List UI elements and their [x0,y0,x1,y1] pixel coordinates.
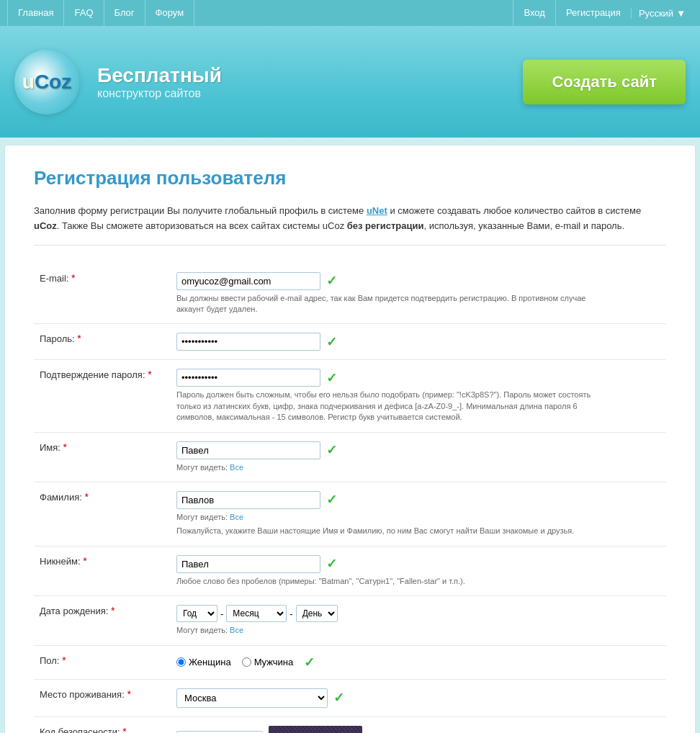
password-confirm-check-icon: ✓ [326,370,337,386]
password-input[interactable] [176,333,320,351]
registration-form: E-mail: * ✓ Вы должны ввести рабочий e-m… [34,264,666,733]
name-input-row: ✓ [176,441,660,459]
password-confirm-input-row: ✓ [176,369,660,387]
name-row: Имя: * ✓ Могут видеть: Все [34,432,666,482]
birthdate-label: Дата рождения: * [34,596,171,645]
birthdate-visibility-link[interactable]: Все [230,626,243,634]
password-row: Пароль: * ✓ [34,324,666,360]
gender-female-radio[interactable] [176,657,186,667]
surname-visibility-link[interactable]: Все [230,513,243,521]
email-label: E-mail: * [34,264,171,324]
logo-coz: Coz [35,71,71,93]
password-confirm-input[interactable] [176,369,320,387]
gender-check-icon: ✓ [304,655,315,670]
nickname-hint: Любое слово без пробелов (примеры: "Batm… [176,576,609,587]
date-separator-2: - [290,608,292,619]
email-field-cell: ✓ Вы должны ввести рабочий e-mail адрес,… [171,264,666,324]
gender-male-text: Мужчина [254,657,294,667]
nickname-check-icon: ✓ [326,556,337,572]
birthdate-field-cell: Год 199019911992 199319941995 - Месяц Ян… [171,596,666,645]
header-tagline: Бесплатный конструктор сайтов [97,64,222,100]
required-star-10: * [122,726,126,734]
gender-label: Пол: * [34,645,171,679]
page-title: Регистрация пользователя [34,167,666,189]
gender-female-text: Женщина [189,657,231,667]
birthdate-hint: Могут видеть: Все [176,625,609,636]
main-content: Регистрация пользователя Заполнив форму … [4,145,696,733]
name-visibility-link[interactable]: Все [230,463,243,472]
location-label: Место проживания: * [34,679,171,716]
gender-male-radio[interactable] [242,657,251,667]
password-input-row: ✓ [176,333,660,351]
required-star-6: * [83,555,86,567]
date-separator-1: - [220,608,223,619]
captcha-field-cell: 45140 ↻ ✓ [171,716,666,733]
password-confirm-label: Подтверждение пароля: * [34,360,171,432]
name-label: Имя: * [34,432,171,482]
tagline-main: Бесплатный [97,64,222,87]
password-field-cell: ✓ [171,324,666,360]
name-hint: Могут видеть: Все [176,462,609,473]
email-row: E-mail: * ✓ Вы должны ввести рабочий e-m… [34,264,666,324]
required-star-7: * [111,605,115,616]
gender-male-label[interactable]: Мужчина [242,657,294,667]
gender-field-cell: Женщина Мужчина ✓ [171,645,666,679]
nickname-input-row: ✓ [176,555,660,573]
gender-female-label[interactable]: Женщина [176,657,231,667]
name-input[interactable] [176,441,320,459]
required-star: * [71,272,75,284]
email-input[interactable] [176,272,320,290]
nav-register[interactable]: Регистрация [555,0,631,26]
surname-check-icon: ✓ [326,492,337,508]
nav-forum[interactable]: Форум [145,0,195,26]
required-star-5: * [84,491,88,503]
location-input-row: Москва Санкт-Петербург Новосибирск ✓ [176,688,660,708]
name-field-cell: ✓ Могут видеть: Все [171,432,666,482]
month-select[interactable]: Месяц ЯнварьФевральМарт АпрельМайИюнь Ию… [226,605,287,622]
location-select[interactable]: Москва Санкт-Петербург Новосибирск [176,688,328,708]
nickname-input[interactable] [176,555,320,573]
surname-row: Фамилия: * ✓ Могут видеть: Все Пожалуйст… [34,482,666,546]
unet-link[interactable]: uNet [367,205,387,216]
nav-right: Вход Регистрация Русский ▼ [513,0,693,26]
chevron-down-icon: ▼ [676,8,686,19]
gender-row: Пол: * Женщина Мужчина ✓ [34,645,666,679]
nav-blog[interactable]: Блог [104,0,145,26]
captcha-label: Код безопасности: * [34,716,171,733]
required-star-4: * [63,441,67,453]
logo-area: uCoz Бесплатный конструктор сайтов [14,50,222,114]
top-navigation: Главная FAQ Блог Форум Вход Регистрация … [0,0,700,26]
email-check-icon: ✓ [326,273,337,289]
password-check-icon: ✓ [326,334,337,350]
site-header: uCoz Бесплатный конструктор сайтов Созда… [0,26,700,138]
nickname-label: Никнейм: * [34,546,171,595]
year-select[interactable]: Год 199019911992 199319941995 [176,605,217,622]
logo-circle: uCoz [14,50,79,114]
location-field-cell: Москва Санкт-Петербург Новосибирск ✓ [171,679,666,716]
surname-field-cell: ✓ Могут видеть: Все Пожалуйста, укажите … [171,482,666,546]
captcha-input-row: 45140 ↻ ✓ [176,726,660,734]
location-row: Место проживания: * Москва Санкт-Петербу… [34,679,666,716]
tagline-sub: конструктор сайтов [97,87,222,100]
language-selector[interactable]: Русский ▼ [631,8,693,19]
email-input-row: ✓ [176,272,660,290]
day-select[interactable]: День 12345 [296,605,338,622]
surname-input[interactable] [176,491,320,509]
required-star-3: * [148,369,151,380]
location-check-icon: ✓ [333,690,344,706]
email-hint: Вы должны ввести рабочий e-mail адрес, т… [176,293,609,315]
language-label: Русский [639,8,673,19]
nav-home[interactable]: Главная [7,0,64,26]
surname-label: Фамилия: * [34,482,171,546]
nav-login[interactable]: Вход [513,0,555,26]
surname-input-row: ✓ [176,491,660,509]
create-site-button[interactable]: Создать сайт [523,60,686,104]
captcha-row: Код безопасности: * 45140 ↻ ✓ [34,716,666,733]
captcha-image: 45140 [269,726,362,734]
password-confirm-row: Подтверждение пароля: * ✓ Пароль должен … [34,360,666,432]
nickname-field-cell: ✓ Любое слово без пробелов (примеры: "Ba… [171,546,666,595]
nav-left: Главная FAQ Блог Форум [7,0,194,26]
nav-faq[interactable]: FAQ [64,0,104,26]
required-star-9: * [127,688,130,700]
password-label: Пароль: * [34,324,171,360]
